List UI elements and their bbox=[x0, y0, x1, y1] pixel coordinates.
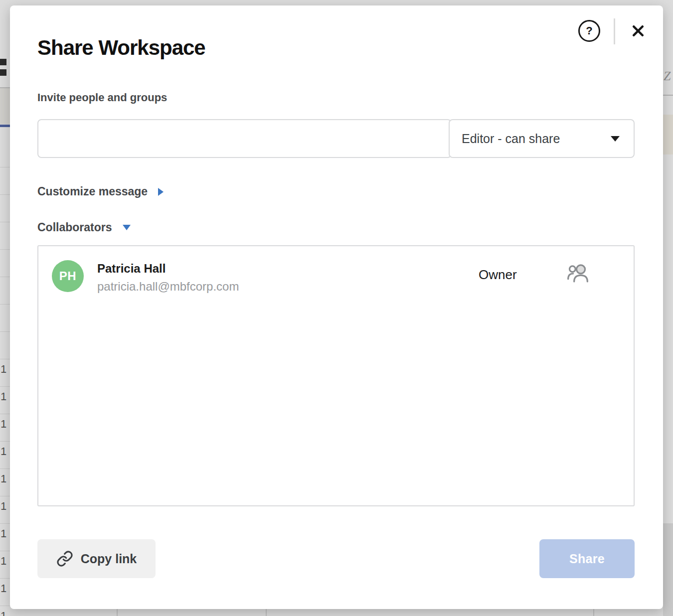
help-icon[interactable]: ? bbox=[578, 20, 600, 42]
selection-line-fragment bbox=[0, 125, 10, 127]
row-number: 1 bbox=[0, 445, 7, 458]
customize-message-toggle[interactable]: Customize message bbox=[37, 185, 164, 198]
cell-fragment bbox=[663, 115, 673, 154]
grid-line bbox=[663, 95, 673, 96]
collaborator-row[interactable]: PH Patricia Hall patricia.hall@mbfcorp.c… bbox=[38, 246, 634, 308]
avatar-initials: PH bbox=[59, 269, 76, 283]
row-number: 1 bbox=[0, 363, 7, 376]
close-icon[interactable] bbox=[630, 22, 647, 39]
row-number: 1 bbox=[0, 582, 7, 595]
column-divider bbox=[266, 609, 267, 616]
collaborator-role: Owner bbox=[479, 267, 517, 283]
triangle-down-icon bbox=[123, 225, 131, 230]
help-question-mark: ? bbox=[586, 24, 592, 37]
close-x-glyph bbox=[631, 23, 646, 38]
triangle-right-icon bbox=[158, 188, 164, 196]
left-gutter-rows bbox=[0, 167, 10, 609]
people-glyph bbox=[566, 263, 590, 285]
header-divider bbox=[614, 18, 615, 44]
row-number: 1 bbox=[0, 527, 7, 540]
column-divider bbox=[117, 609, 118, 616]
link-icon bbox=[56, 550, 73, 567]
clipped-text-fragment bbox=[0, 69, 6, 76]
copy-link-label: Copy link bbox=[81, 552, 137, 566]
customize-message-label: Customize message bbox=[37, 185, 148, 198]
collaborators-list: PH Patricia Hall patricia.hall@mbfcorp.c… bbox=[37, 245, 635, 506]
row-number: 1 bbox=[0, 472, 7, 485]
dialog-title: Share Workspace bbox=[37, 36, 205, 59]
invite-people-label: Invite people and groups bbox=[37, 91, 167, 104]
column-divider bbox=[593, 609, 594, 616]
background-bottom-strip bbox=[10, 609, 663, 616]
clipped-text-fragment: Z bbox=[664, 69, 671, 84]
row-number: 1 bbox=[0, 555, 7, 568]
permission-selected-value: Editor - can share bbox=[462, 132, 611, 146]
copy-link-button[interactable]: Copy link bbox=[37, 539, 156, 578]
background-right-gutter: Z bbox=[663, 0, 673, 616]
panel-fragment bbox=[663, 523, 673, 616]
row-number: 1 bbox=[0, 390, 7, 403]
collaborators-label: Collaborators bbox=[37, 221, 112, 234]
header-cell-fragment bbox=[0, 88, 10, 124]
collaborators-toggle[interactable]: Collaborators bbox=[37, 221, 131, 234]
people-icon[interactable] bbox=[566, 263, 590, 285]
row-number: 1 bbox=[0, 610, 7, 616]
clipped-text-fragment bbox=[0, 59, 6, 65]
invite-email-input[interactable] bbox=[37, 119, 452, 158]
share-button[interactable]: Share bbox=[539, 539, 635, 578]
permission-dropdown[interactable]: Editor - can share bbox=[449, 119, 635, 158]
share-workspace-dialog: ? Share Workspace Invite people and grou… bbox=[10, 5, 663, 609]
row-number: 1 bbox=[0, 418, 7, 431]
background-left-gutter: 1111111111 bbox=[0, 0, 10, 616]
row-number: 1 bbox=[0, 500, 7, 513]
chevron-down-icon bbox=[611, 136, 620, 142]
share-label: Share bbox=[569, 552, 605, 566]
avatar: PH bbox=[52, 260, 84, 292]
collaborator-name: Patricia Hall bbox=[97, 262, 166, 276]
collaborator-email: patricia.hall@mbfcorp.com bbox=[97, 280, 239, 294]
